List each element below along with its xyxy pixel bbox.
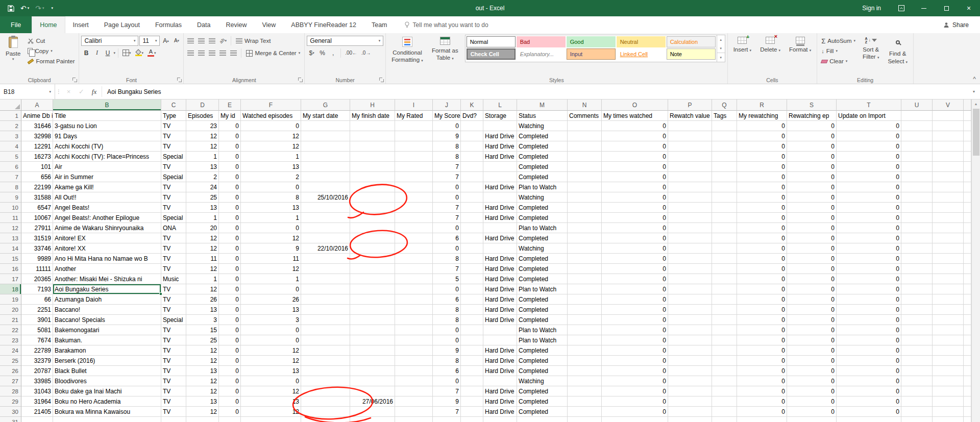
cell-J13[interactable]: 6 [433, 233, 461, 243]
cell-T31[interactable] [837, 417, 901, 422]
tab-team[interactable]: Team [364, 16, 395, 33]
cell-L8[interactable]: Hard Drive [483, 182, 517, 192]
cell-Q8[interactable] [712, 182, 737, 192]
cell-P19[interactable] [668, 294, 712, 305]
orientation-button[interactable]: ab▾ [218, 36, 228, 46]
cell-V12[interactable] [933, 223, 964, 233]
cell-D31[interactable] [186, 417, 219, 422]
cell-F24[interactable]: 12 [241, 345, 301, 356]
row-header-12[interactable]: 12 [0, 223, 21, 233]
cell-P3[interactable] [668, 131, 712, 141]
cell-M27[interactable]: Watching [517, 376, 568, 386]
cell-S18[interactable]: 0 [787, 284, 837, 294]
cell-T1[interactable]: Update on Import [837, 111, 901, 121]
cell-K12[interactable] [461, 223, 483, 233]
cell-G31[interactable] [301, 417, 350, 422]
cell-T12[interactable]: 0 [837, 223, 901, 233]
cell-M19[interactable]: Completed [517, 294, 568, 305]
cell-H26[interactable] [350, 366, 395, 376]
cell-V26[interactable] [933, 366, 964, 376]
cell-A9[interactable]: 31588 [21, 192, 53, 203]
cell-O1[interactable]: My times watched [602, 111, 668, 121]
cell-C14[interactable]: TV [161, 243, 186, 254]
cell-H25[interactable] [350, 356, 395, 366]
cell-J31[interactable] [433, 417, 461, 422]
cell-S15[interactable]: 0 [787, 254, 837, 264]
cell-D5[interactable]: 1 [186, 152, 219, 162]
cell-T13[interactable]: 0 [837, 233, 901, 243]
cell-C8[interactable]: TV [161, 182, 186, 192]
cell-H1[interactable]: My finish date [350, 111, 395, 121]
cell-N3[interactable] [568, 131, 602, 141]
row-header-14[interactable]: 14 [0, 243, 21, 254]
scrollbar-thumb[interactable] [973, 109, 979, 156]
cell-L25[interactable]: Hard Drive [483, 356, 517, 366]
cell-K24[interactable] [461, 345, 483, 356]
cell-D13[interactable]: 12 [186, 233, 219, 243]
cell-I9[interactable] [395, 192, 433, 203]
bold-button[interactable]: B [81, 48, 91, 58]
cell-C9[interactable]: TV [161, 192, 186, 203]
cell-C20[interactable]: TV [161, 305, 186, 315]
percent-style-button[interactable]: % [317, 48, 327, 58]
cell-K11[interactable] [461, 213, 483, 223]
cell-C12[interactable]: ONA [161, 223, 186, 233]
cell-J17[interactable]: 5 [433, 274, 461, 284]
cell-G10[interactable] [301, 203, 350, 213]
cell-F17[interactable]: 1 [241, 274, 301, 284]
cell-G2[interactable] [301, 121, 350, 131]
cell-E10[interactable]: 0 [219, 203, 241, 213]
cell-H15[interactable] [350, 254, 395, 264]
cell-C23[interactable]: TV [161, 335, 186, 345]
cell-H18[interactable] [350, 284, 395, 294]
cell-M20[interactable]: Completed [517, 305, 568, 315]
cell-F31[interactable] [241, 417, 301, 422]
cell-T26[interactable]: 0 [837, 366, 901, 376]
cell-P20[interactable] [668, 305, 712, 315]
cell-V4[interactable] [933, 141, 964, 152]
cell-L7[interactable] [483, 172, 517, 182]
cell-A19[interactable]: 66 [21, 294, 53, 305]
row-header-1[interactable]: 1 [0, 111, 21, 121]
cell-H6[interactable] [350, 162, 395, 172]
cell-O8[interactable]: 0 [602, 182, 668, 192]
cell-D3[interactable]: 12 [186, 131, 219, 141]
cell-S24[interactable]: 0 [787, 345, 837, 356]
cell-U6[interactable] [901, 162, 933, 172]
cell-V10[interactable] [933, 203, 964, 213]
cell-R3[interactable]: 0 [737, 131, 787, 141]
cell-B28[interactable]: Boku dake ga Inai Machi [53, 386, 161, 396]
conditional-formatting-button[interactable]: Conditional Formatting ▾ [388, 35, 427, 76]
cell-H4[interactable] [350, 141, 395, 152]
cell-S1[interactable]: Rewatching ep [787, 111, 837, 121]
cell-B22[interactable]: Bakemonogatari [53, 325, 161, 335]
cell-L18[interactable]: Hard Drive [483, 284, 517, 294]
cell-S8[interactable]: 0 [787, 182, 837, 192]
cell-B1[interactable]: Title [53, 111, 161, 121]
cell-O17[interactable]: 0 [602, 274, 668, 284]
cell-B6[interactable]: Air [53, 162, 161, 172]
row-header-10[interactable]: 10 [0, 203, 21, 213]
cell-I7[interactable] [395, 172, 433, 182]
cell-U26[interactable] [901, 366, 933, 376]
cell-S30[interactable]: 0 [787, 407, 837, 417]
cell-B30[interactable]: Bokura wa Minna Kawaisou [53, 407, 161, 417]
cell-V13[interactable] [933, 233, 964, 243]
cell-U2[interactable] [901, 121, 933, 131]
cell-L2[interactable] [483, 121, 517, 131]
cell-V31[interactable] [933, 417, 964, 422]
cell-G17[interactable] [301, 274, 350, 284]
cell-G27[interactable] [301, 376, 350, 386]
cell-F1[interactable]: Watched episodes [241, 111, 301, 121]
cell-R2[interactable]: 0 [737, 121, 787, 131]
cell-R5[interactable]: 0 [737, 152, 787, 162]
cell-G21[interactable] [301, 315, 350, 325]
cell-T28[interactable]: 0 [837, 386, 901, 396]
cell-Q14[interactable] [712, 243, 737, 254]
cell-D6[interactable]: 13 [186, 162, 219, 172]
cell-F6[interactable]: 13 [241, 162, 301, 172]
cell-H2[interactable] [350, 121, 395, 131]
cell-J21[interactable]: 8 [433, 315, 461, 325]
cell-G4[interactable] [301, 141, 350, 152]
sign-in-button[interactable]: Sign in [853, 5, 890, 12]
